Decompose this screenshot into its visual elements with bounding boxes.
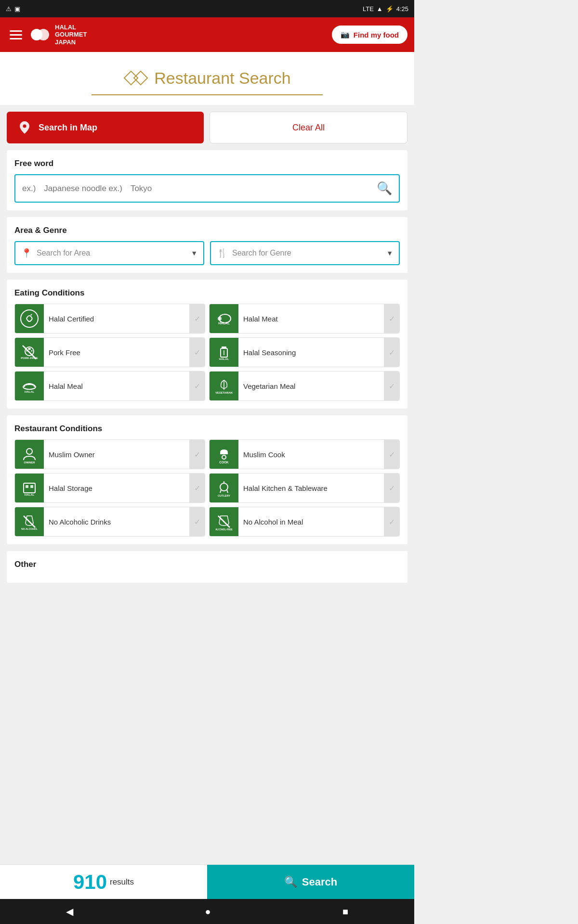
muslim-cook-icon: COOK [214, 445, 234, 464]
no-alcoholic-drinks-check: ✓ [189, 507, 205, 536]
logo-circles [31, 28, 51, 41]
home-button[interactable]: ● [195, 903, 220, 920]
halal-kitchen-tableware-check: ✓ [384, 474, 399, 502]
halal-storage-check: ✓ [189, 474, 205, 502]
pork-free-item[interactable]: PORK-FREE Pork Free ✓ [14, 337, 205, 367]
halal-certified-check: ✓ [189, 304, 205, 333]
header: HALAL GOURMET JAPAN 📷 Find my food [0, 17, 414, 52]
main-content: Restaurant Search Search in Map Clear Al… [0, 52, 414, 718]
svg-text:NO ALCOHOL: NO ALCOHOL [21, 527, 37, 530]
muslim-owner-label: Muslim Owner [44, 450, 189, 459]
other-section: Other [7, 551, 407, 583]
eating-conditions-label: Eating Conditions [14, 288, 400, 298]
search-in-map-button[interactable]: Search in Map [7, 112, 204, 143]
halal-storage-icon-box: HALAL [15, 474, 44, 502]
svg-text:HALAL: HALAL [25, 493, 35, 496]
svg-text:ALCOHOL-FREE: ALCOHOL-FREE [215, 528, 233, 531]
halal-kitchen-tableware-label: Halal Kitchen & Tableware [238, 484, 384, 492]
free-word-input-wrap[interactable]: 🔍 [14, 174, 400, 203]
search-button-label: Search [302, 876, 337, 888]
svg-rect-27 [24, 483, 35, 493]
title-underline [92, 94, 323, 95]
no-alcoholic-drinks-label: No Alcoholic Drinks [44, 518, 189, 526]
halal-kitchen-tableware-icon-box: CUTLERY [210, 474, 238, 502]
halal-meat-label: Halal Meat [238, 315, 384, 323]
muslim-owner-icon: OWNER [20, 445, 39, 464]
action-buttons: Search in Map Clear All [7, 112, 407, 143]
svg-text:HALAL: HALAL [25, 390, 35, 393]
halal-seasoning-icon-box: HALAL [210, 338, 238, 367]
halal-certified-icon-box [15, 304, 44, 333]
search-button[interactable]: 🔍 Search [207, 865, 414, 899]
pork-free-icon-box: PORK-FREE [15, 338, 44, 367]
results-count: 910 [73, 871, 107, 894]
muslim-cook-item[interactable]: COOK Muslim Cook ✓ [209, 439, 400, 469]
halal-meal-item[interactable]: HALAL Halal Meal ✓ [14, 371, 205, 401]
warning-icon: ⚠ [6, 5, 12, 13]
diamond-icon [123, 65, 148, 90]
svg-point-22 [26, 449, 32, 454]
search-button-icon: 🔍 [284, 876, 297, 888]
halal-meat-check: ✓ [384, 304, 399, 333]
vegetarian-meal-check: ✓ [384, 372, 399, 400]
halal-storage-item[interactable]: HALAL Halal Storage ✓ [14, 473, 205, 503]
pork-free-label: Pork Free [44, 348, 189, 357]
battery-icon: ⚡ [386, 5, 394, 13]
svg-line-33 [220, 490, 221, 493]
svg-text:COOK: COOK [219, 461, 229, 464]
halal-meal-icon: HALAL [20, 376, 39, 396]
pork-free-check: ✓ [189, 338, 205, 367]
free-word-input[interactable] [22, 184, 372, 193]
area-dropdown-text: Search for Area [37, 249, 186, 257]
svg-rect-0 [124, 71, 138, 85]
halal-meal-label: Halal Meal [44, 382, 189, 390]
muslim-owner-check: ✓ [189, 440, 205, 469]
svg-point-31 [220, 483, 228, 491]
muslim-owner-icon-box: OWNER [15, 440, 44, 469]
no-alcohol-in-meal-icon: ALCOHOL-FREE [214, 512, 234, 531]
menu-button[interactable] [7, 27, 25, 42]
back-button[interactable]: ◀ [56, 903, 83, 920]
svg-rect-29 [30, 485, 33, 488]
halal-certified-item[interactable]: Halal Certified ✓ [14, 304, 205, 334]
halal-seasoning-label: Halal Seasoning [238, 348, 384, 357]
area-genre-label: Area & Genre [14, 226, 400, 235]
location-icon: 📍 [21, 248, 32, 258]
genre-dropdown-arrow: ▼ [386, 249, 393, 257]
recent-apps-button[interactable]: ■ [333, 903, 358, 920]
vegetarian-meal-item[interactable]: VEGETARIAN Vegetarian Meal ✓ [209, 371, 400, 401]
no-alcoholic-drinks-icon-box: NO ALCOHOL [15, 507, 44, 536]
halal-seasoning-item[interactable]: HALAL Halal Seasoning ✓ [209, 337, 400, 367]
halal-certified-label: Halal Certified [44, 315, 189, 323]
navigation-bar: ◀ ● ■ [0, 899, 414, 924]
status-bar-right: LTE ▲ ⚡ 4:25 [363, 5, 408, 13]
clear-all-label: Clear All [292, 123, 325, 132]
halal-certified-icon [20, 309, 39, 328]
vegetarian-meal-icon-box: VEGETARIAN [210, 372, 238, 400]
svg-text:HALAL: HALAL [219, 358, 229, 360]
status-bar-left: ⚠ ▣ [6, 5, 20, 13]
area-dropdown[interactable]: 📍 Search for Area ▼ [14, 241, 204, 265]
muslim-owner-item[interactable]: OWNER Muslim Owner ✓ [14, 439, 205, 469]
search-icon: 🔍 [377, 181, 392, 196]
no-alcoholic-drinks-item[interactable]: NO ALCOHOL No Alcoholic Drinks ✓ [14, 507, 205, 537]
svg-rect-24 [220, 453, 228, 454]
halal-meat-item[interactable]: HALAL Halal Meat ✓ [209, 304, 400, 334]
muslim-cook-label: Muslim Cook [238, 450, 384, 459]
svg-text:VEGETARIAN: VEGETARIAN [215, 391, 233, 394]
free-word-section: Free word 🔍 [7, 150, 407, 210]
find-my-food-button[interactable]: 📷 Find my food [332, 26, 407, 44]
time: 4:25 [396, 5, 408, 13]
clear-all-button[interactable]: Clear All [210, 112, 407, 143]
halal-kitchen-tableware-item[interactable]: CUTLERY Halal Kitchen & Tableware ✓ [209, 473, 400, 503]
vegetarian-meal-icon: VEGETARIAN [214, 376, 234, 396]
restaurant-conditions-section: Restaurant Conditions OWNER Muslim Owner… [7, 415, 407, 544]
genre-dropdown[interactable]: 🍴 Search for Genre ▼ [210, 241, 400, 265]
sim-icon: ▣ [14, 5, 20, 13]
halal-meal-icon-box: HALAL [15, 372, 44, 400]
eating-conditions-section: Eating Conditions Halal Certified ✓ [7, 280, 407, 409]
status-bar: ⚠ ▣ LTE ▲ ⚡ 4:25 [0, 0, 414, 17]
area-genre-section: Area & Genre 📍 Search for Area ▼ 🍴 Searc… [7, 217, 407, 273]
no-alcohol-in-meal-item[interactable]: ALCOHOL-FREE No Alcohol in Meal ✓ [209, 507, 400, 537]
svg-rect-28 [26, 485, 28, 488]
